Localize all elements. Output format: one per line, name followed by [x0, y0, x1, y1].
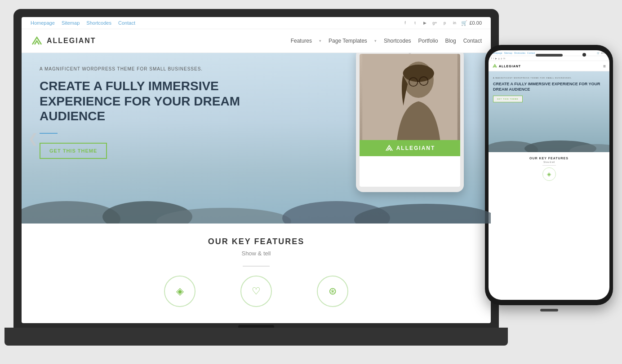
cart-total: £0.00 — [469, 20, 482, 26]
phone-topbar-link-homepage[interactable]: Homepage — [491, 52, 502, 54]
phone-hero-subtitle: A MAGNIFICENT WORDPRESS THEME FOR SMALL … — [493, 77, 605, 79]
phone-features-subtitle: Show & tell — [493, 161, 605, 163]
phone-topbar-nav: Homepage Sitemap Shortcodes Contact — [491, 52, 535, 54]
svg-point-7 — [403, 65, 434, 82]
youtube-icon[interactable]: ▶ — [422, 20, 428, 26]
site-topbar: Homepage Sitemap Shortcodes Contact f t … — [22, 17, 491, 29]
topbar-link-contact[interactable]: Contact — [118, 20, 135, 26]
feature-icon-heart: ♡ — [240, 276, 272, 307]
phone-li-icon[interactable]: in — [503, 57, 505, 60]
phone-home-button[interactable] — [540, 309, 558, 311]
hero-subtitle: A MAGNIFICENT WORDPRESS THEME FOR SMALL … — [40, 66, 262, 71]
site-hero: ALLEGIANT ❮ A MAGNIFICENT WORDPRESS THEM… — [22, 53, 491, 224]
features-icons-row: ◈ ♡ ⊛ — [31, 276, 482, 307]
tablet-screen: ALLEGIANT — [360, 54, 460, 187]
phone-cart-total: £0.00 — [601, 52, 607, 54]
website-desktop: Homepage Sitemap Shortcodes Contact f t … — [22, 17, 491, 323]
feature-icon-layers: ◈ — [164, 276, 195, 307]
linkedin-icon[interactable]: in — [451, 20, 458, 26]
features-subtitle: Show & tell — [31, 250, 482, 257]
phone-cart-icon: 🛒 — [597, 52, 600, 54]
tablet-device: ALLEGIANT — [356, 53, 464, 192]
phone-fb-icon[interactable]: f — [491, 57, 492, 60]
nav-contact[interactable]: Contact — [463, 38, 482, 44]
phone-logo: ALLEGIANT — [492, 63, 521, 69]
cart-icon: 🛒 — [461, 20, 467, 26]
laptop-body: Homepage Sitemap Shortcodes Contact f t … — [13, 9, 499, 328]
features-title: OUR KEY FEATURES — [31, 237, 482, 246]
tablet-body: ALLEGIANT — [356, 53, 464, 192]
phone-features: OUR KEY FEATURES Show & tell ◈ — [489, 152, 609, 185]
logo-text: ALLEGIANT — [47, 37, 96, 45]
google-plus-icon[interactable]: g+ — [431, 20, 438, 26]
phone-social-row: f t ▶ g p in — [489, 56, 609, 61]
topbar-link-shortcodes[interactable]: Shortcodes — [86, 20, 111, 26]
logo-icon — [31, 35, 43, 47]
phone-topbar-link-shortcodes[interactable]: Shortcodes — [514, 52, 525, 54]
nav-features[interactable]: Features — [291, 38, 312, 44]
person-image — [360, 54, 460, 140]
tablet-logo-text: ALLEGIANT — [396, 145, 435, 151]
cart-area[interactable]: 🛒 £0.00 — [461, 20, 482, 26]
feature-icon-tag: ⊛ — [317, 276, 348, 307]
hero-divider — [40, 133, 58, 134]
site-nav: Features ▾ Page Templates ▾ Shortcodes P… — [291, 38, 482, 44]
phone-features-divider — [542, 165, 556, 166]
tablet-logo-icon — [385, 144, 394, 153]
svg-line-10 — [418, 81, 419, 82]
topbar-nav: Homepage Sitemap Shortcodes Contact — [31, 20, 141, 26]
phone-body: Homepage Sitemap Shortcodes Contact 🛒 £0… — [485, 45, 613, 305]
phone-header: ALLEGIANT ≡ — [489, 61, 609, 71]
tablet-logo-banner: ALLEGIANT — [360, 140, 460, 156]
phone-screen: Homepage Sitemap Shortcodes Contact 🛒 £0… — [489, 50, 609, 300]
laptop-screen: Homepage Sitemap Shortcodes Contact f t … — [22, 17, 491, 323]
phone-logo-icon — [492, 63, 498, 69]
phone-camera — [582, 53, 586, 57]
site-features: OUR KEY FEATURES Show & tell ◈ ♡ ⊛ — [22, 224, 491, 320]
hero-content: A MAGNIFICENT WORDPRESS THEME FOR SMALL … — [22, 53, 280, 172]
topbar-link-sitemap[interactable]: Sitemap — [62, 20, 80, 26]
pinterest-icon[interactable]: p — [441, 20, 448, 26]
nav-blog[interactable]: Blog — [445, 38, 456, 44]
phone-ocean-rocks — [489, 130, 609, 152]
nav-page-templates[interactable]: Page Templates — [329, 38, 367, 44]
phone-feature-icon-layers: ◈ — [542, 167, 556, 181]
laptop-device: Homepage Sitemap Shortcodes Contact f t … — [13, 9, 499, 346]
phone-topbar-right: 🛒 £0.00 — [597, 52, 607, 54]
phone-hero-cta-button[interactable]: GET THIS THEME — [493, 96, 523, 102]
phone-gp-icon[interactable]: g — [498, 57, 500, 60]
phone-tw-icon[interactable]: t — [493, 57, 493, 60]
phone-hero-title: CREATE A FULLY IMMERSIVE EXPERIENCE FOR … — [493, 82, 605, 92]
hero-cta-button[interactable]: GET THIS THEME — [40, 143, 107, 159]
twitter-icon[interactable]: t — [412, 20, 418, 26]
phone-website: Homepage Sitemap Shortcodes Contact 🛒 £0… — [489, 50, 609, 300]
phone-device: Homepage Sitemap Shortcodes Contact 🛒 £0… — [485, 45, 613, 305]
phone-topbar-link-contact[interactable]: Contact — [527, 52, 535, 54]
phone-logo-text: ALLEGIANT — [499, 65, 521, 68]
phone-pin-icon[interactable]: p — [501, 57, 502, 60]
phone-features-title: OUR KEY FEATURES — [493, 157, 605, 160]
hero-title: CREATE A FULLY IMMERSIVE EXPERIENCE FOR … — [40, 79, 262, 124]
facebook-icon[interactable]: f — [402, 20, 408, 26]
features-divider — [243, 266, 270, 267]
nav-shortcodes[interactable]: Shortcodes — [384, 38, 411, 44]
topbar-link-homepage[interactable]: Homepage — [31, 20, 55, 26]
site-header: ALLEGIANT Features ▾ Page Templates ▾ Sh… — [22, 29, 491, 53]
nav-portfolio[interactable]: Portfolio — [418, 38, 438, 44]
prev-arrow-icon[interactable]: ❮ — [28, 131, 38, 146]
phone-hamburger-menu[interactable]: ≡ — [603, 64, 606, 69]
site-logo: ALLEGIANT — [31, 35, 96, 47]
phone-yt-icon[interactable]: ▶ — [495, 57, 497, 60]
phone-topbar-link-sitemap[interactable]: Sitemap — [504, 52, 512, 54]
phone-speaker — [536, 54, 563, 57]
phone-hero: A MAGNIFICENT WORDPRESS THEME FOR SMALL … — [489, 71, 609, 152]
laptop-base — [4, 328, 508, 346]
topbar-social: f t ▶ g+ p in 🛒 £0.00 — [402, 20, 482, 26]
scene: Homepage Sitemap Shortcodes Contact f t … — [0, 0, 622, 364]
